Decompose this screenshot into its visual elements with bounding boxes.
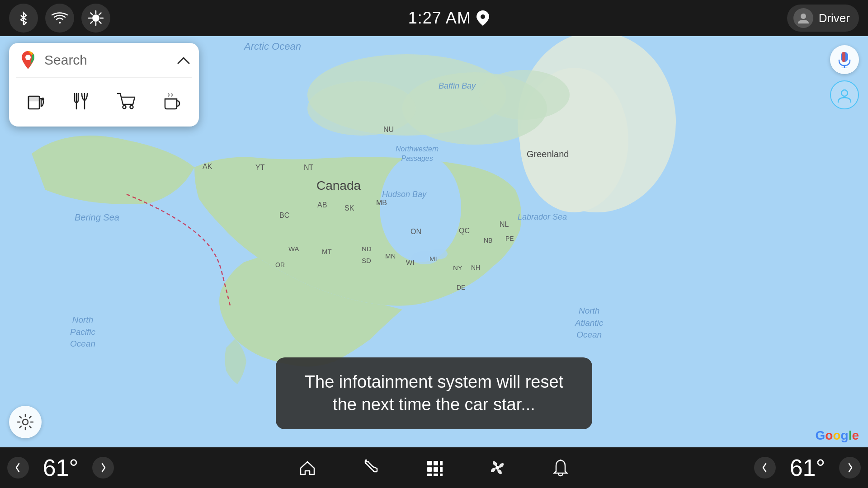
svg-point-17	[380, 154, 461, 262]
wifi-button[interactable]	[45, 4, 74, 33]
temp-left-decrease-button[interactable]	[7, 457, 29, 479]
svg-point-45	[495, 466, 499, 469]
search-shortcuts	[9, 78, 199, 127]
nav-icons	[145, 454, 723, 481]
toast-text: The infotainment system will reset the n…	[298, 371, 570, 416]
gas-station-icon	[27, 92, 46, 111]
temp-left-increase-button[interactable]	[92, 457, 114, 479]
coffee-button[interactable]	[156, 85, 188, 117]
maps-logo-icon	[18, 50, 38, 70]
svg-point-9	[481, 14, 485, 19]
svg-point-15	[307, 81, 416, 136]
apps-button[interactable]	[420, 454, 448, 481]
bluetooth-button[interactable]	[9, 4, 38, 33]
svg-point-10	[801, 14, 806, 19]
shopping-cart-icon	[117, 92, 137, 111]
home-button[interactable]	[294, 454, 321, 481]
svg-rect-38	[440, 461, 443, 465]
chevron-up-icon	[177, 56, 190, 64]
search-panel: Search	[9, 43, 199, 127]
top-bar-right: Driver	[787, 5, 859, 32]
svg-point-20	[25, 55, 31, 60]
svg-line-8	[91, 21, 93, 23]
profile-button[interactable]	[830, 80, 859, 109]
svg-line-6	[99, 21, 101, 23]
svg-line-5	[91, 13, 93, 15]
left-temperature-display: 61°	[33, 454, 88, 481]
restaurant-button[interactable]	[65, 85, 98, 117]
temp-right-increase-button[interactable]	[839, 457, 861, 479]
grocery-button[interactable]	[110, 85, 143, 117]
microphone-button[interactable]	[830, 45, 859, 74]
fan-button[interactable]	[484, 454, 511, 481]
svg-rect-41	[440, 467, 443, 472]
google-logo: Google	[816, 428, 859, 443]
svg-rect-39	[427, 467, 432, 472]
svg-point-0	[92, 14, 99, 22]
gas-station-button[interactable]	[20, 85, 52, 117]
location-pin-icon	[476, 10, 489, 26]
svg-rect-43	[434, 474, 438, 476]
svg-rect-22	[28, 96, 39, 101]
svg-point-34	[841, 90, 848, 96]
brightness-button[interactable]	[81, 4, 110, 33]
svg-rect-40	[434, 467, 438, 472]
svg-rect-36	[427, 461, 432, 465]
left-temp-section: 61°	[0, 454, 145, 481]
driver-button[interactable]: Driver	[787, 5, 859, 32]
top-bar: 1:27 AM Driver	[0, 0, 868, 36]
notifications-button[interactable]	[547, 454, 574, 481]
temp-right-decrease-button[interactable]	[754, 457, 776, 479]
search-placeholder: Search	[44, 52, 171, 68]
driver-avatar	[793, 8, 813, 28]
svg-point-26	[123, 106, 126, 109]
driver-label: Driver	[819, 11, 850, 25]
svg-line-7	[99, 13, 101, 15]
top-bar-center: 1:27 AM	[110, 9, 787, 28]
restaurant-icon	[72, 92, 91, 111]
phone-button[interactable]	[357, 454, 384, 481]
top-bar-left	[9, 4, 110, 33]
svg-point-16	[479, 70, 570, 120]
search-bar[interactable]: Search	[9, 43, 199, 77]
toast-notification: The infotainment system will reset the n…	[276, 357, 592, 429]
right-temp-section: 61°	[723, 454, 868, 481]
svg-rect-37	[434, 461, 438, 465]
bottom-bar: 61°	[0, 447, 868, 488]
svg-point-27	[130, 106, 133, 109]
coffee-icon	[162, 92, 181, 111]
right-temperature-display: 61°	[780, 454, 835, 481]
svg-rect-42	[427, 474, 432, 476]
svg-rect-44	[440, 474, 443, 476]
svg-point-19	[429, 249, 448, 259]
map-controls-right	[830, 45, 859, 109]
svg-rect-31	[842, 52, 845, 62]
svg-point-35	[23, 419, 28, 425]
clock-display: 1:27 AM	[408, 9, 471, 28]
settings-button[interactable]	[9, 406, 42, 438]
